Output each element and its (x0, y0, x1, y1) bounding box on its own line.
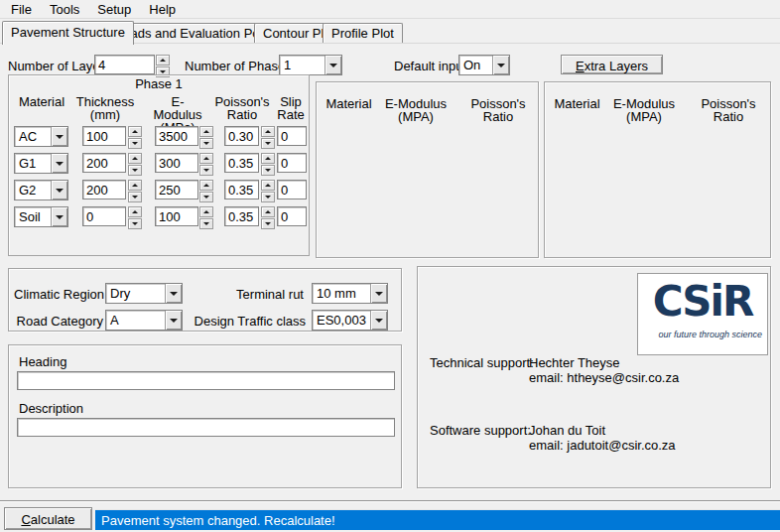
thickness-input-row1[interactable] (82, 126, 126, 146)
chevron-down-icon[interactable] (492, 56, 509, 74)
design-settings-panel: Climatic Region Dry Terminal rut 10 mm R… (8, 268, 402, 332)
poisson-input-row3[interactable] (224, 180, 259, 200)
tab-profile-plot[interactable]: Profile Plot (323, 23, 403, 43)
slip-rate-input-row4[interactable] (277, 206, 307, 226)
phase1-groupbox: Phase 1 Material Thickness(mm) E-Modulus… (8, 74, 310, 256)
technical-support-label: Technical support: (430, 355, 534, 370)
slip-rate-input-row1[interactable] (277, 126, 307, 146)
design-traffic-class-value: ES0,003 (313, 311, 370, 330)
column-header-emodulus: E-Modulus(MPA) (609, 97, 679, 123)
default-input-value: On (459, 56, 492, 74)
design-traffic-class-label: Design Traffic class (158, 314, 306, 329)
column-header-thickness: Thickness(mm) (74, 95, 136, 121)
emodulus-spinner-row1[interactable] (199, 126, 213, 146)
notes-panel: Heading Description (8, 344, 402, 488)
default-input-select[interactable]: On (458, 55, 510, 75)
poisson-spinner-row1[interactable] (261, 126, 275, 146)
poisson-spinner-row2[interactable] (261, 153, 275, 173)
material-value: G2 (15, 181, 51, 200)
number-of-phases-value: 1 (280, 56, 325, 74)
emodulus-spinner-row3[interactable] (199, 180, 213, 200)
number-of-phases-select[interactable]: 1 (279, 55, 342, 75)
column-header-poisson: Poisson's Ratio (455, 97, 541, 123)
poisson-spinner-row4[interactable] (261, 206, 275, 226)
emodulus-input-row4[interactable] (155, 206, 198, 226)
chevron-down-icon[interactable] (51, 181, 67, 200)
emodulus-spinner-row2[interactable] (199, 153, 213, 173)
material-panel-2: Material E-Modulus(MPA) Poisson's Ratio (316, 81, 539, 258)
emodulus-input-row1[interactable] (155, 126, 198, 146)
heading-input[interactable] (17, 371, 395, 390)
thickness-input-row3[interactable] (82, 180, 126, 200)
material-select-row3[interactable]: G2 (14, 180, 68, 200)
material-select-row2[interactable]: G1 (14, 153, 68, 174)
menu-setup[interactable]: Setup (88, 1, 140, 18)
slip-rate-input-row2[interactable] (277, 153, 307, 173)
chevron-down-icon[interactable] (51, 207, 67, 226)
calculate-button[interactable]: Calculate (4, 507, 92, 530)
csir-logo-tagline: our future through science (638, 330, 767, 339)
software-support-email: email: jadutoit@csir.co.za (529, 438, 676, 453)
tab-pavement-structure[interactable]: Pavement Structure (2, 21, 134, 45)
app-window: File Tools Setup Help Pavement Structure… (0, 0, 780, 532)
design-traffic-class-select[interactable]: ES0,003 (312, 310, 388, 331)
poisson-input-row2[interactable] (224, 153, 259, 173)
poisson-input-row1[interactable] (224, 126, 259, 146)
support-panel: CSiR our future through science Technica… (417, 266, 771, 488)
footer-divider (0, 500, 780, 502)
thickness-spinner-row3[interactable] (128, 180, 142, 200)
description-label: Description (19, 401, 83, 416)
climatic-region-label: Climatic Region (14, 287, 103, 302)
road-category-value: A (106, 311, 165, 330)
thickness-spinner-row1[interactable] (128, 126, 142, 146)
thickness-input-row4[interactable] (82, 206, 126, 226)
poisson-spinner-row3[interactable] (261, 180, 275, 200)
menu-bar: File Tools Setup Help (0, 0, 780, 19)
csir-logo: CSiR our future through science (637, 273, 768, 355)
chevron-down-icon[interactable] (370, 284, 387, 303)
status-bar: Pavement system changed. Recalculate! (95, 509, 780, 530)
road-category-label: Road Category (14, 314, 103, 329)
terminal-rut-select[interactable]: 10 mm (312, 283, 388, 304)
emodulus-input-row2[interactable] (155, 153, 198, 173)
software-support-label: Software support: (430, 423, 531, 438)
terminal-rut-label: Terminal rut (158, 287, 304, 302)
emodulus-input-row3[interactable] (155, 180, 198, 200)
csir-logo-text: CSiR (638, 274, 767, 330)
material-select-row4[interactable]: Soil (14, 206, 68, 227)
technical-support-name: Hechter Theyse (529, 355, 620, 370)
heading-label: Heading (19, 354, 66, 369)
tab-bar: Pavement Structure Loads and Evaluation … (0, 20, 780, 44)
chevron-down-icon[interactable] (51, 127, 67, 146)
material-panel-3: Material E-Modulus(MPA) Poisson's Ratio (544, 81, 771, 258)
climatic-region-value: Dry (106, 284, 165, 303)
chevron-down-icon[interactable] (325, 56, 341, 74)
material-value: Soil (15, 207, 51, 226)
column-header-material: Material (322, 97, 376, 110)
column-header-material: Material (550, 97, 604, 110)
terminal-rut-value: 10 mm (313, 284, 370, 303)
menu-file[interactable]: File (2, 1, 41, 18)
emodulus-spinner-row4[interactable] (199, 206, 213, 226)
thickness-spinner-row4[interactable] (128, 206, 142, 226)
slip-rate-input-row3[interactable] (277, 180, 307, 200)
thickness-input-row2[interactable] (82, 153, 126, 173)
chevron-down-icon[interactable] (51, 154, 67, 173)
extra-layers-button[interactable]: Extra Layers (561, 55, 663, 74)
material-value: AC (15, 127, 51, 146)
menu-tools[interactable]: Tools (41, 1, 88, 18)
column-header-poisson: Poisson's Ratio (686, 97, 771, 123)
column-header-slip-rate: SlipRate (271, 95, 311, 121)
column-header-poisson: Poisson'sRatio (213, 95, 271, 121)
number-of-layers-spinner[interactable] (156, 55, 170, 74)
material-select-row1[interactable]: AC (14, 126, 68, 147)
description-input[interactable] (17, 418, 395, 437)
poisson-input-row4[interactable] (224, 206, 259, 226)
menu-help[interactable]: Help (140, 1, 185, 18)
spinner-up-icon[interactable] (156, 55, 170, 66)
number-of-layers-input[interactable] (94, 55, 155, 74)
column-header-emodulus: E-Modulus(MPA) (381, 97, 451, 123)
thickness-spinner-row2[interactable] (128, 153, 142, 173)
software-support-name: Johan du Toit (529, 423, 605, 438)
chevron-down-icon[interactable] (370, 311, 387, 330)
